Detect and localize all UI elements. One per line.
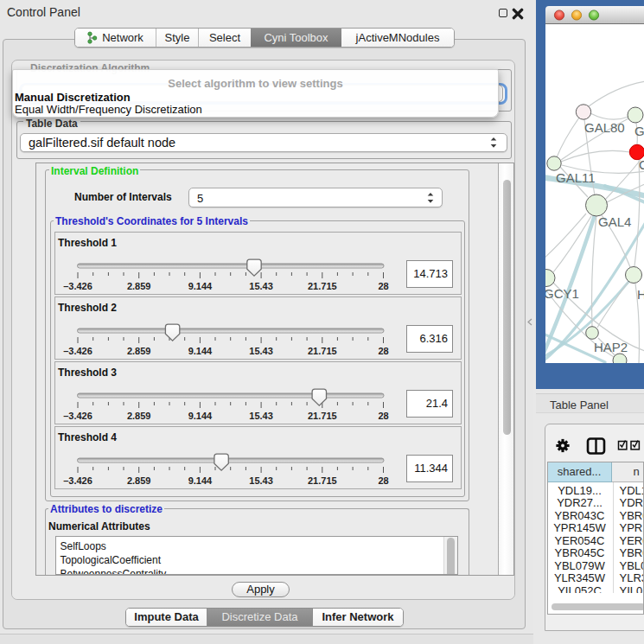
svg-text:GAL4: GAL4 (598, 214, 631, 229)
svg-text:H: H (637, 287, 644, 302)
svg-text:GA: GA (634, 124, 644, 138)
svg-text:C: C (639, 157, 644, 172)
svg-text:GCY1: GCY1 (545, 286, 579, 301)
svg-text:GAL11: GAL11 (556, 170, 596, 185)
svg-text:GAL80: GAL80 (584, 120, 625, 135)
svg-text:HAP2: HAP2 (594, 340, 628, 354)
